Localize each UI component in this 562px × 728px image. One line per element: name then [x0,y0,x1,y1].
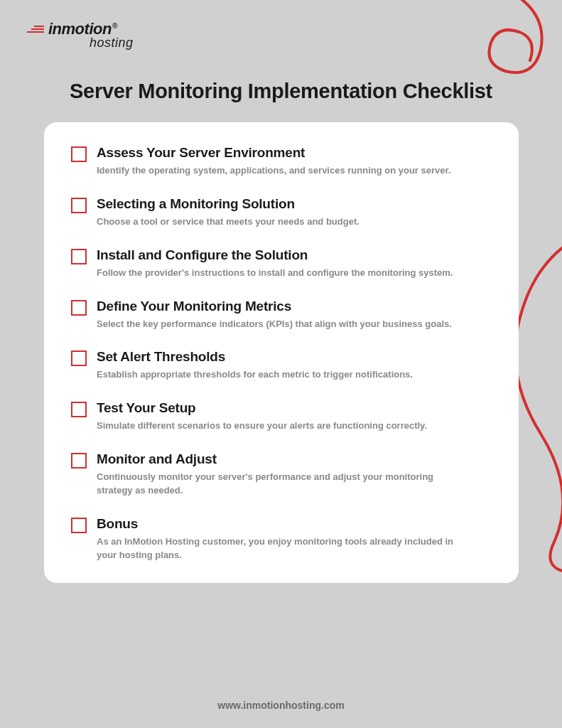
item-title: Set Alert Thresholds [97,349,492,365]
item-desc: As an InMotion Hosting customer, you enj… [97,535,459,562]
checklist-item: Install and Configure the Solution Follo… [71,247,492,280]
checklist-item: Bonus As an InMotion Hosting customer, y… [71,516,492,562]
item-content: Define Your Monitoring Metrics Select th… [97,299,492,331]
checkbox[interactable] [71,300,87,316]
item-content: Install and Configure the Solution Follo… [97,247,492,280]
checklist-item: Test Your Setup Simulate different scena… [71,400,492,433]
item-desc: Simulate different scenarios to ensure y… [97,419,459,433]
checkbox[interactable] [71,146,87,162]
checklist-item: Set Alert Thresholds Establish appropria… [71,349,492,382]
item-desc: Identify the operating system, applicati… [97,164,459,178]
item-content: Selecting a Monitoring Solution Choose a… [97,196,492,229]
item-desc: Select the key performance indicators (K… [97,318,459,331]
item-title: Assess Your Server Environment [97,145,492,161]
logo: inmotion® hosting [27,20,134,50]
checkbox[interactable] [71,402,87,417]
checklist-item: Assess Your Server Environment Identify … [71,145,492,178]
logo-speed-lines-icon [27,26,44,33]
checklist-item: Selecting a Monitoring Solution Choose a… [71,196,492,229]
checkbox[interactable] [71,453,87,469]
page-title: Server Monitoring Implementation Checkli… [0,80,562,103]
item-desc: Choose a tool or service that meets your… [97,215,459,229]
checkbox[interactable] [71,249,87,264]
item-title: Monitor and Adjust [97,451,492,467]
item-content: Set Alert Thresholds Establish appropria… [97,349,492,382]
logo-sub-text: hosting [90,36,134,50]
item-content: Assess Your Server Environment Identify … [97,145,492,178]
item-content: Test Your Setup Simulate different scena… [97,400,492,433]
item-desc: Continuously monitor your server's perfo… [97,471,459,498]
item-title: Bonus [97,516,492,532]
item-desc: Follow the provider's instructions to in… [97,267,459,280]
footer-url: www.inmotionhosting.com [0,700,562,711]
item-content: Bonus As an InMotion Hosting customer, y… [97,516,492,562]
checklist-item: Define Your Monitoring Metrics Select th… [71,299,492,331]
item-title: Selecting a Monitoring Solution [97,196,492,212]
checkbox[interactable] [71,518,87,533]
checkbox[interactable] [71,350,87,366]
item-desc: Establish appropriate thresholds for eac… [97,368,459,382]
checkbox[interactable] [71,198,87,213]
checklist-card: Assess Your Server Environment Identify … [44,122,519,583]
item-title: Install and Configure the Solution [97,247,492,263]
item-title: Define Your Monitoring Metrics [97,299,492,314]
item-title: Test Your Setup [97,400,492,416]
checklist-item: Monitor and Adjust Continuously monitor … [71,451,492,498]
item-content: Monitor and Adjust Continuously monitor … [97,451,492,498]
